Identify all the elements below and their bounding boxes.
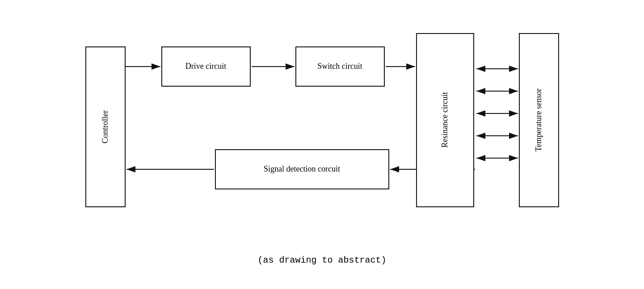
- controller-label: Controller: [101, 110, 110, 143]
- resinance-circuit-block: Resinance circuit: [416, 33, 474, 207]
- caption: (as drawing to abstract): [257, 255, 386, 265]
- controller-block: Controller: [85, 46, 126, 207]
- drive-circuit-block: Drive circuit: [161, 46, 251, 87]
- switch-circuit-label: Switch circuit: [317, 62, 362, 71]
- signal-detection-block: Signal detection corcuit: [215, 149, 389, 189]
- temperature-sensor-block: Temperature sensor: [519, 33, 559, 207]
- signal-detection-label: Signal detection corcuit: [264, 164, 340, 174]
- temperature-sensor-label: Temperature sensor: [534, 88, 543, 151]
- diagram-container: Controller Drive circuit Switch circuit …: [76, 20, 568, 270]
- drive-circuit-label: Drive circuit: [185, 62, 226, 71]
- switch-circuit-block: Switch circuit: [295, 46, 385, 87]
- resinance-circuit-label: Resinance circuit: [440, 92, 450, 147]
